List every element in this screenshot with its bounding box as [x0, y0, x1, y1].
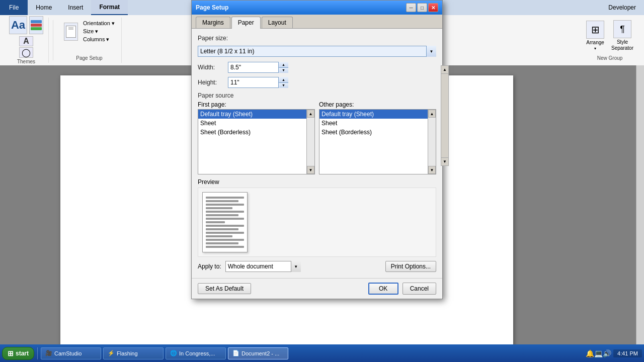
preview-line-7 [206, 218, 244, 220]
first-page-box: First page: Default tray (Sheet) Sheet S… [198, 101, 315, 174]
print-options-btn[interactable]: Print Options... [385, 261, 436, 272]
preview-page [202, 192, 248, 252]
width-spin-down[interactable]: ▼ [279, 68, 288, 73]
preview-line-15 [206, 246, 244, 248]
preview-line-10 [206, 228, 238, 230]
page-scroll-down[interactable]: ▼ [441, 157, 448, 165]
paper-size-select-wrapper: Letter (8 1/2 x 11 in) ▼ [198, 46, 436, 57]
height-spin-buttons: ▲ ▼ [278, 77, 288, 88]
height-spin: ▲ ▼ [228, 77, 288, 88]
first-page-item-2[interactable]: Sheet [198, 119, 314, 128]
preview-line-14 [206, 242, 238, 244]
page-scrollbar[interactable]: ▲ ▼ [441, 65, 449, 166]
preview-line-4 [206, 207, 232, 209]
preview-section: Preview [198, 178, 436, 257]
paper-source-label: Paper source [198, 92, 436, 99]
height-label: Height: [198, 79, 228, 86]
apply-to-select[interactable]: Whole document [225, 261, 301, 272]
preview-line-13 [206, 239, 244, 241]
print-options-wrapper: Print Options... [385, 261, 436, 272]
set-as-default-btn[interactable]: Set As Default [198, 283, 251, 294]
width-spin-up[interactable]: ▲ [279, 62, 288, 68]
other-page-item-1[interactable]: Default tray (Sheet) [319, 110, 436, 119]
preview-area [198, 188, 436, 257]
preview-line-12 [206, 235, 232, 237]
preview-line-8 [206, 221, 225, 223]
first-page-list: Default tray (Sheet) Sheet Sheet (Border… [198, 109, 315, 174]
title-buttons: ─ □ ✕ [406, 3, 438, 12]
other-scroll-down[interactable]: ▼ [428, 166, 436, 174]
close-btn[interactable]: ✕ [428, 3, 438, 12]
paper-size-arrow[interactable]: ▼ [426, 46, 436, 57]
height-group: Height: ▲ ▼ [198, 77, 436, 88]
paper-size-label: Paper size: [198, 35, 228, 42]
first-page-item-3[interactable]: Sheet (Borderless) [198, 128, 314, 137]
preview-line-11 [206, 232, 244, 234]
apply-to-select-wrapper: Whole document ▼ [225, 261, 301, 272]
width-spin-buttons: ▲ ▼ [278, 62, 288, 73]
page-setup-dialog: Page Setup ─ □ ✕ Margins Paper Layout Pa… [191, 0, 443, 299]
tab-layout[interactable]: Layout [262, 17, 293, 28]
preview-line-5 [206, 211, 244, 213]
paper-size-select[interactable]: Letter (8 1/2 x 11 in) [198, 46, 436, 57]
other-pages-scrollbar[interactable]: ▲ ▼ [428, 110, 436, 174]
other-scroll-up[interactable]: ▲ [428, 110, 436, 118]
dialog-title: Page Setup [196, 4, 228, 11]
width-spin: ▲ ▼ [228, 62, 288, 73]
tab-paper[interactable]: Paper [231, 17, 261, 29]
paper-source-section: Paper source First page: Default tray (S… [198, 92, 436, 174]
scroll-up-arrow[interactable]: ▲ [307, 110, 314, 118]
height-spin-down[interactable]: ▼ [279, 83, 288, 88]
paper-size-group: Paper size: [198, 35, 436, 42]
tab-margins[interactable]: Margins [196, 17, 230, 28]
tab-paper-label: Paper [238, 19, 254, 26]
dialog-footer: Set As Default OK Cancel [192, 278, 442, 299]
dialog-body: Paper size: Letter (8 1/2 x 11 in) ▼ Wid… [192, 29, 442, 278]
ok-btn[interactable]: OK [368, 283, 398, 295]
other-pages-box: Other pages: Default tray (Sheet) Sheet … [319, 101, 436, 174]
other-scroll-track [428, 118, 436, 166]
preview-line-9 [206, 225, 244, 227]
other-pages-list: Default tray (Sheet) Sheet Sheet (Border… [319, 109, 436, 174]
apply-to-label: Apply to: [198, 263, 221, 270]
other-page-item-2[interactable]: Sheet [319, 119, 436, 128]
apply-to-row: Apply to: Whole document ▼ Print Options… [198, 261, 436, 272]
dialog-tabs: Margins Paper Layout [192, 15, 442, 29]
preview-label: Preview [198, 178, 436, 186]
width-group: Width: ▲ ▼ [198, 62, 436, 73]
scroll-track [307, 118, 314, 166]
page-scroll-track [441, 74, 448, 157]
preview-line-6 [206, 214, 238, 216]
apply-to-arrow[interactable]: ▼ [291, 261, 301, 272]
dialog-titlebar: Page Setup ─ □ ✕ [192, 1, 442, 15]
ok-cancel-group: OK Cancel [368, 283, 436, 295]
tab-margins-label: Margins [202, 19, 224, 26]
tab-layout-label: Layout [268, 19, 286, 26]
width-label: Width: [198, 64, 228, 71]
maximize-btn[interactable]: □ [417, 3, 427, 12]
preview-line-1 [206, 197, 244, 199]
page-scroll-up[interactable]: ▲ [441, 66, 448, 74]
preview-line-2 [206, 200, 238, 202]
height-spin-up[interactable]: ▲ [279, 77, 288, 83]
preview-line-3 [206, 204, 244, 206]
scroll-down-arrow[interactable]: ▼ [307, 166, 314, 174]
other-page-item-3[interactable]: Sheet (Borderless) [319, 128, 436, 137]
paper-source-row: First page: Default tray (Sheet) Sheet S… [198, 101, 436, 174]
other-pages-title: Other pages: [319, 101, 436, 108]
first-page-item-1[interactable]: Default tray (Sheet) [198, 110, 314, 119]
minimize-btn[interactable]: ─ [406, 3, 416, 12]
first-page-scrollbar[interactable]: ▲ ▼ [306, 110, 314, 174]
cancel-btn[interactable]: Cancel [403, 283, 436, 295]
first-page-title: First page: [198, 101, 315, 108]
dialog-overlay: Page Setup ─ □ ✕ Margins Paper Layout Pa… [0, 0, 644, 362]
